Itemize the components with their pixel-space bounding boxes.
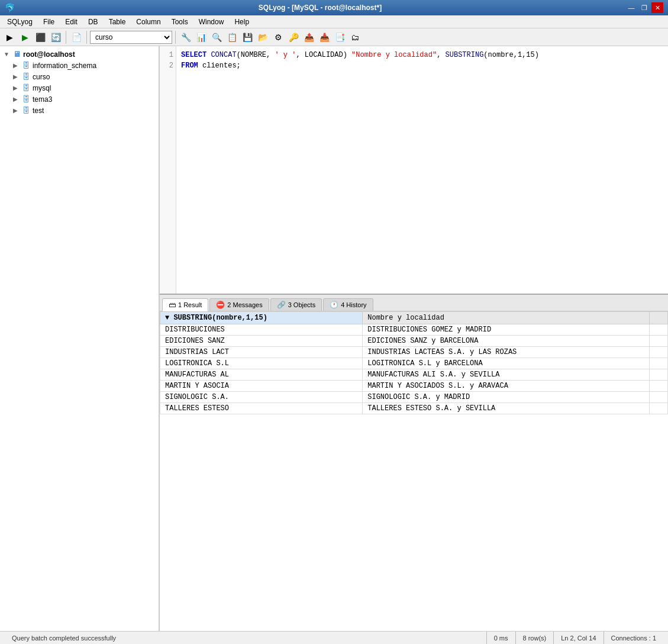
table-row: LOGITRONICA S.LLOGITRONICA S.L y BARCELO… bbox=[160, 358, 668, 369]
cell-col3 bbox=[650, 347, 668, 358]
stop-btn[interactable]: ⬛ bbox=[33, 30, 47, 44]
status-rows: 8 row(s) bbox=[516, 632, 554, 644]
restore-button[interactable]: ❐ bbox=[638, 2, 650, 13]
expand-tema3: ▶ bbox=[13, 96, 20, 102]
menu-db[interactable]: DB bbox=[83, 17, 103, 27]
database-select[interactable]: curso information_schema mysql tema3 tes… bbox=[90, 31, 172, 44]
cell-col2: TALLERES ESTESO S.A. y SEVILLA bbox=[363, 403, 650, 414]
tab-history[interactable]: 🕐 4 History bbox=[323, 298, 373, 311]
tb-btn-4[interactable]: 📋 bbox=[225, 30, 239, 44]
tb-btn-10[interactable]: 📥 bbox=[317, 30, 331, 44]
history-tab-icon: 🕐 bbox=[330, 301, 338, 309]
db-icon-tema3: 🗄 bbox=[22, 95, 30, 104]
new-query-btn[interactable]: 📄 bbox=[69, 30, 83, 44]
tb-btn-11[interactable]: 📑 bbox=[333, 30, 347, 44]
run2-btn[interactable]: ▶ bbox=[18, 30, 32, 44]
cell-col2: LOGITRONICA S.L y BARCELONA bbox=[363, 358, 650, 369]
cell-col3 bbox=[650, 381, 668, 392]
sidebar-item-tema3[interactable]: ▶ 🗄 tema3 bbox=[0, 94, 159, 105]
results-panel: 🗃 1 Result ⛔ 2 Messages 🔗 3 Objects 🕐 4 … bbox=[160, 295, 668, 631]
cell-col1: INDUSTRIAS LACT bbox=[160, 347, 363, 358]
tb-btn-12[interactable]: 🗂 bbox=[348, 30, 362, 44]
result-tab-icon: 🗃 bbox=[169, 301, 176, 309]
table-row: TALLERES ESTESOTALLERES ESTESO S.A. y SE… bbox=[160, 403, 668, 414]
tb-btn-9[interactable]: 📤 bbox=[302, 30, 316, 44]
cell-col3 bbox=[650, 392, 668, 403]
expand-mysql: ▶ bbox=[13, 85, 20, 91]
status-message: Query batch completed successfully bbox=[5, 632, 487, 644]
cell-col3 bbox=[650, 324, 668, 336]
sidebar-label-curso: curso bbox=[33, 73, 50, 81]
cell-col1: LOGITRONICA S.L bbox=[160, 358, 363, 369]
menu-sqlyog[interactable]: SQLyog bbox=[2, 17, 37, 27]
menu-help[interactable]: Help bbox=[230, 17, 254, 27]
menubar: SQLyog File Edit DB Table Column Tools W… bbox=[0, 15, 668, 28]
tab-messages[interactable]: ⛔ 2 Messages bbox=[209, 298, 269, 311]
cell-col3 bbox=[650, 336, 668, 347]
titlebar-title: SQLyog - [MySQL - root@localhost*] bbox=[259, 4, 382, 12]
db-icon-info: 🗄 bbox=[22, 61, 30, 70]
expand-test: ▶ bbox=[13, 107, 20, 114]
tb-btn-6[interactable]: 📂 bbox=[256, 30, 270, 44]
col1-header[interactable]: ▼ SUBSTRING(nombre,1,15) bbox=[160, 312, 363, 324]
line-1: 1 bbox=[162, 50, 173, 60]
db-icon-curso: 🗄 bbox=[22, 72, 30, 81]
status-time: 0 ms bbox=[487, 632, 516, 644]
messages-tab-icon: ⛔ bbox=[216, 301, 225, 309]
table-row: SIGNOLOGIC S.A.SIGNOLOGIC S.A. y MADRID bbox=[160, 392, 668, 403]
cell-col1: TALLERES ESTESO bbox=[160, 403, 363, 414]
sidebar-item-mysql[interactable]: ▶ 🗄 mysql bbox=[0, 82, 159, 94]
db-icon-test: 🗄 bbox=[22, 106, 30, 115]
cell-col1: DISTRIBUCIONES bbox=[160, 324, 363, 336]
expand-curso: ▶ bbox=[13, 73, 20, 80]
sidebar-item-information-schema[interactable]: ▶ 🗄 information_schema bbox=[0, 60, 159, 71]
col2-header[interactable]: Nombre y localidad bbox=[363, 312, 650, 324]
tb-btn-5[interactable]: 💾 bbox=[240, 30, 254, 44]
status-position: Ln 2, Col 14 bbox=[554, 632, 604, 644]
menu-column[interactable]: Column bbox=[131, 17, 165, 27]
menu-file[interactable]: File bbox=[38, 17, 59, 27]
cell-col3 bbox=[650, 369, 668, 381]
minimize-button[interactable]: — bbox=[625, 2, 637, 13]
sidebar-root[interactable]: ▼ 🖥 root@localhost bbox=[0, 49, 159, 60]
main-layout: ▼ 🖥 root@localhost ▶ 🗄 information_schem… bbox=[0, 46, 668, 631]
sidebar-label-test: test bbox=[33, 107, 44, 115]
sidebar-item-test[interactable]: ▶ 🗄 test bbox=[0, 105, 159, 116]
sidebar-label-info: information_schema bbox=[33, 62, 96, 70]
tb-btn-2[interactable]: 📊 bbox=[194, 30, 208, 44]
tab-objects-label: 3 Objects bbox=[288, 301, 315, 308]
cell-col1: SIGNOLOGIC S.A. bbox=[160, 392, 363, 403]
line-2: 2 bbox=[162, 60, 173, 71]
close-button[interactable]: ✕ bbox=[651, 2, 663, 13]
sidebar: ▼ 🖥 root@localhost ▶ 🗄 information_schem… bbox=[0, 46, 160, 631]
tb-btn-1[interactable]: 🔧 bbox=[179, 30, 193, 44]
tb-btn-8[interactable]: 🔑 bbox=[286, 30, 301, 44]
db-icon-mysql: 🗄 bbox=[22, 83, 30, 92]
tb-btn-3[interactable]: 🔍 bbox=[209, 30, 224, 44]
cell-col1: MANUFACTURAS AL bbox=[160, 369, 363, 381]
cell-col2: EDICIONES SANZ y BARCELONA bbox=[363, 336, 650, 347]
root-db-icon: 🖥 bbox=[13, 50, 21, 59]
cell-col3 bbox=[650, 403, 668, 414]
sidebar-item-curso[interactable]: ▶ 🗄 curso bbox=[0, 71, 159, 82]
tab-objects[interactable]: 🔗 3 Objects bbox=[270, 298, 322, 311]
refresh-btn[interactable]: 🔄 bbox=[49, 30, 63, 44]
sql-code-area[interactable]: SELECT CONCAT(NOMBRE, ' y ', LOCALIDAD) … bbox=[176, 46, 668, 294]
menu-window[interactable]: Window bbox=[194, 17, 229, 27]
menu-edit[interactable]: Edit bbox=[60, 17, 82, 27]
menu-tools[interactable]: Tools bbox=[167, 17, 193, 27]
cell-col2: SIGNOLOGIC S.A. y MADRID bbox=[363, 392, 650, 403]
menu-table[interactable]: Table bbox=[104, 17, 131, 27]
results-tabs: 🗃 1 Result ⛔ 2 Messages 🔗 3 Objects 🕐 4 … bbox=[160, 295, 668, 311]
tb-btn-7[interactable]: ⚙ bbox=[271, 30, 285, 44]
cell-col2: MARTIN Y ASOCIADOS S.L. y ARAVACA bbox=[363, 381, 650, 392]
tab-result[interactable]: 🗃 1 Result bbox=[162, 298, 208, 311]
cell-col1: MARTIN Y ASOCIA bbox=[160, 381, 363, 392]
content-area: 1 2 SELECT CONCAT(NOMBRE, ' y ', LOCALID… bbox=[160, 46, 668, 631]
tab-history-label: 4 History bbox=[341, 301, 366, 308]
sidebar-label-tema3: tema3 bbox=[33, 95, 52, 104]
cell-col2: INDUSTRIAS LACTEAS S.A. y LAS ROZAS bbox=[363, 347, 650, 358]
results-table: ▼ SUBSTRING(nombre,1,15) Nombre y locali… bbox=[160, 311, 668, 414]
table-row: MARTIN Y ASOCIAMARTIN Y ASOCIADOS S.L. y… bbox=[160, 381, 668, 392]
run-btn[interactable]: ▶ bbox=[2, 30, 17, 44]
